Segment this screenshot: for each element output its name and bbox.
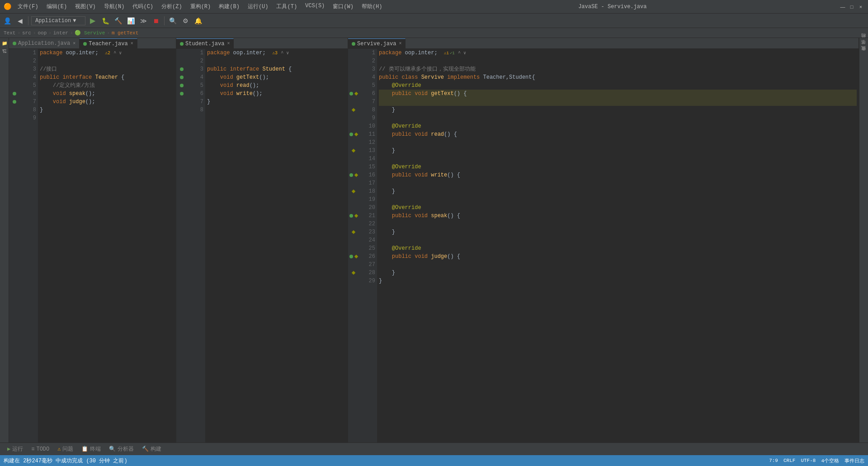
gutter-diamond-3-18	[352, 190, 355, 193]
code-line-3-26: public void judge() {	[379, 252, 857, 261]
menu-code[interactable]: 代码(C)	[129, 2, 157, 11]
code-line-1-2	[40, 57, 174, 65]
tab-close-servive[interactable]: ×	[399, 41, 401, 46]
app-logo: 🟠	[4, 3, 11, 10]
editor-area: Application.java × Teacher.java ×	[9, 38, 859, 442]
breadcrumb-oop[interactable]: oop	[38, 30, 47, 36]
code-line-3-24	[379, 236, 857, 244]
code-line-3-29: }	[379, 277, 857, 285]
code-line-3-12	[379, 138, 857, 147]
file-encoding[interactable]: UTF-8	[801, 458, 816, 463]
code-content-1[interactable]: package oop.inter; ⚠2 ^ ∨ //接口 public in…	[38, 49, 176, 442]
profiler-icon: 🔍	[109, 446, 116, 452]
menu-nav[interactable]: 导航(N)	[100, 2, 128, 11]
back-button[interactable]: ◀	[14, 15, 25, 26]
settings-button[interactable]: ⚙	[180, 15, 191, 26]
sidebar-structure-icon[interactable]: 🏗	[1, 48, 8, 55]
coverage-button[interactable]: 📊	[125, 15, 136, 26]
indent-size[interactable]: 4个空格	[821, 457, 839, 464]
code-line-3-6: public void getText() {	[379, 90, 857, 98]
tab-close-application[interactable]: ×	[73, 41, 75, 46]
gutter-3	[348, 49, 359, 442]
tab-student-java[interactable]: Student.java ×	[176, 38, 234, 48]
bottom-tab-profiler[interactable]: 🔍 分析器	[105, 444, 137, 454]
stop-button[interactable]: ⏹	[151, 15, 161, 26]
menu-build[interactable]: 构建(B)	[215, 2, 243, 11]
bottom-tab-terminal-label: 终端	[90, 445, 101, 453]
breadcrumb-servive[interactable]: 🟢 Servive	[75, 30, 105, 36]
breadcrumb: Text › src › oop › inter › 🟢 Servive › m…	[0, 28, 868, 38]
code-content-3[interactable]: package oop.inter; ⚠1✓1 ^ ∨ // 类可以继承多个接口…	[377, 49, 859, 442]
editor-panel-3: Servive.java ×	[348, 38, 859, 442]
code-line-3-3: // 类可以继承多个接口，实现全部功能	[379, 65, 857, 73]
gutter-dot-2-3	[180, 67, 184, 71]
menu-vcs[interactable]: VCS(S)	[302, 2, 328, 11]
bottom-tab-todo-label: TODO	[36, 446, 49, 452]
dropdown-arrow-icon: ▼	[73, 18, 76, 24]
tab-close-student[interactable]: ×	[227, 41, 230, 46]
menu-tools[interactable]: 工具(T)	[273, 2, 301, 11]
menu-file[interactable]: 文件(F)	[14, 2, 42, 11]
breadcrumb-text[interactable]: Text	[4, 30, 15, 36]
code-line-3-22	[379, 220, 857, 228]
cursor-position[interactable]: 7:9	[769, 458, 778, 463]
toolbar-sep2	[164, 16, 165, 25]
tab-icon-teacher	[83, 42, 87, 46]
gutter-dot-3-6	[349, 92, 353, 95]
menu-run[interactable]: 运行(U)	[244, 2, 272, 11]
menu-analyze[interactable]: 分析(Z)	[158, 2, 186, 11]
sidebar-bookmark-label[interactable]: 书签	[860, 46, 868, 50]
menu-help[interactable]: 帮助(H)	[358, 2, 386, 11]
gutter-diamond-3-21	[354, 214, 358, 218]
close-button[interactable]: ×	[857, 3, 864, 10]
maximize-button[interactable]: □	[848, 3, 855, 10]
tab-label-teacher: Teacher.java	[89, 41, 127, 47]
code-line-3-7	[379, 98, 857, 106]
code-line-2-3: public interface Student {	[207, 65, 346, 73]
editor-panel-1: Application.java × Teacher.java ×	[9, 38, 176, 442]
profile-button[interactable]: 👤	[2, 15, 13, 26]
menu-window[interactable]: 窗口(W)	[329, 2, 357, 11]
breadcrumb-gettext[interactable]: m getText	[112, 30, 138, 36]
run-button[interactable]: ▶	[87, 15, 98, 26]
menu-edit[interactable]: 编辑(E)	[43, 2, 71, 11]
tab-application-java[interactable]: Application.java ×	[9, 38, 80, 48]
event-log[interactable]: 事件日志	[844, 457, 864, 464]
build-status: 构建在 2秒247毫秒 中成功完成 (30 分钟 之前)	[4, 457, 127, 465]
menu-refactor[interactable]: 重构(R)	[187, 2, 215, 11]
tab-icon-servive	[352, 42, 355, 46]
tab-servive-java[interactable]: Servive.java ×	[348, 38, 406, 48]
breadcrumb-inter[interactable]: inter	[53, 30, 68, 36]
code-line-3-9	[379, 114, 857, 122]
sidebar-structure-label[interactable]: 结构	[860, 40, 868, 43]
code-content-2[interactable]: package oop.inter; ⚠3 ^ ∨ public interfa…	[205, 49, 348, 442]
code-area-2[interactable]: 1 2 3 4 5 6 7 8 package oop.inter; ⚠3 ^ …	[176, 49, 348, 442]
tab-icon-student	[180, 42, 184, 46]
code-line-3-11: public void read() {	[379, 130, 857, 138]
bottom-tab-run[interactable]: ▶ 运行	[4, 444, 27, 454]
debug-button[interactable]: 🐛	[100, 15, 111, 26]
tab-bar-1: Application.java × Teacher.java ×	[9, 38, 176, 49]
menu-view[interactable]: 视图(V)	[71, 2, 99, 11]
run-configuration-dropdown[interactable]: Application ▼	[31, 16, 85, 25]
bottom-tab-problems[interactable]: ⚠ 问题	[54, 444, 77, 454]
search-everywhere-button[interactable]: 🔍	[167, 15, 178, 26]
bottom-tab-terminal[interactable]: 📋 终端	[78, 444, 104, 454]
breadcrumb-src[interactable]: src	[22, 30, 31, 36]
code-area-1[interactable]: 1 2 3 4 5 6 7 8 9 package oop.inter; ⚠2 …	[9, 49, 176, 442]
more-run-button[interactable]: ≫	[138, 15, 149, 26]
code-area-3[interactable]: 1 2 3 4 5 6 7 8 9 10 11 12 13 14 15 16 1	[348, 49, 859, 442]
build-button[interactable]: 🔨	[113, 15, 123, 26]
bottom-tab-todo[interactable]: ≡ TODO	[28, 444, 53, 454]
bottom-tab-profiler-label: 分析器	[118, 445, 134, 453]
sidebar-favorites-label[interactable]: 收藏夹	[860, 52, 868, 56]
sidebar-project-icon[interactable]: 📁	[1, 40, 8, 47]
tab-teacher-java[interactable]: Teacher.java ×	[80, 38, 137, 48]
notifications-button[interactable]: 🔔	[193, 15, 203, 26]
line-endings[interactable]: CRLF	[783, 458, 795, 463]
code-line-3-1: package oop.inter; ⚠1✓1 ^ ∨	[379, 49, 857, 57]
bottom-tab-build[interactable]: 🔨 构建	[138, 444, 165, 454]
todo-icon: ≡	[31, 446, 34, 452]
minimize-button[interactable]: —	[839, 3, 846, 10]
tab-close-teacher[interactable]: ×	[131, 41, 133, 46]
